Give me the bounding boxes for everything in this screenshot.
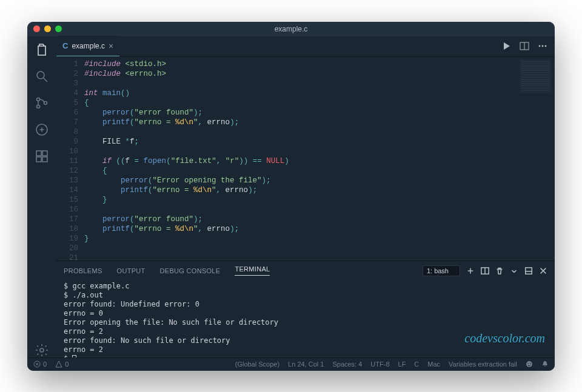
minimize-window-button[interactable] (44, 25, 51, 32)
status-encoding[interactable]: UTF-8 (370, 360, 389, 368)
kill-terminal-icon[interactable] (495, 267, 504, 275)
toggle-panel-icon[interactable] (524, 267, 533, 275)
activity-bar (27, 36, 56, 357)
panel-tab-terminal[interactable]: TERMINAL (235, 265, 270, 276)
titlebar[interactable]: example.c (27, 22, 555, 36)
settings-gear-icon[interactable] (35, 343, 49, 357)
svg-rect-6 (42, 151, 47, 156)
source-control-icon[interactable] (35, 96, 49, 110)
status-cursor-position[interactable]: Ln 24, Col 1 (288, 360, 324, 368)
status-os[interactable]: Mac (427, 360, 440, 368)
tabs-bar: C example.c × (56, 36, 555, 57)
svg-rect-15 (526, 267, 532, 274)
explorer-icon[interactable] (35, 42, 49, 57)
status-message[interactable]: Variables extraction fail (449, 360, 517, 368)
watermark: codevscolor.com (464, 331, 545, 345)
close-panel-icon[interactable] (539, 267, 547, 275)
svg-point-9 (40, 348, 44, 352)
minimap[interactable] (520, 59, 551, 93)
editor-window: example.c C example.c × (27, 22, 555, 371)
run-icon[interactable] (501, 41, 511, 51)
split-terminal-icon[interactable] (481, 267, 489, 275)
svg-point-17 (526, 361, 532, 367)
status-errors[interactable]: 0 (33, 360, 47, 368)
close-tab-icon[interactable]: × (109, 41, 113, 51)
status-scope[interactable]: (Global Scope) (235, 360, 279, 368)
window-title: example.c (275, 25, 308, 33)
status-bar: 0 0 (Global Scope) Ln 24, Col 1 Spaces: … (27, 357, 555, 371)
close-window-button[interactable] (33, 25, 40, 32)
svg-point-12 (542, 45, 544, 47)
panel-tab-debug-console[interactable]: DEBUG CONSOLE (160, 267, 221, 274)
search-icon[interactable] (35, 69, 49, 84)
more-actions-icon[interactable] (538, 41, 547, 51)
svg-point-0 (37, 71, 44, 79)
code-editor[interactable]: 123456789101112131415161718192021 #inclu… (56, 57, 555, 261)
zoom-window-button[interactable] (55, 25, 62, 32)
svg-rect-5 (36, 151, 41, 156)
tab-filename: example.c (72, 42, 105, 50)
new-terminal-icon[interactable] (466, 267, 475, 275)
svg-rect-7 (36, 157, 41, 162)
extensions-icon[interactable] (35, 149, 49, 164)
maximize-panel-icon[interactable] (510, 267, 518, 275)
split-editor-icon[interactable] (520, 41, 529, 51)
svg-point-11 (539, 45, 541, 47)
svg-point-1 (37, 98, 40, 101)
panel-tab-output[interactable]: OUTPUT (117, 267, 146, 274)
panel-tab-problems[interactable]: PROBLEMS (64, 267, 102, 274)
svg-point-13 (545, 45, 547, 47)
status-language[interactable]: C (414, 360, 419, 368)
status-eol[interactable]: LF (398, 360, 406, 368)
traffic-lights (33, 25, 62, 32)
status-warnings[interactable]: 0 (55, 360, 69, 368)
status-feedback-icon[interactable] (526, 360, 533, 368)
debug-icon[interactable] (35, 122, 49, 137)
file-icon-c: C (62, 41, 68, 50)
svg-point-2 (37, 105, 40, 108)
status-indentation[interactable]: Spaces: 4 (332, 360, 362, 368)
terminal-selector[interactable]: 1: bash (423, 265, 460, 276)
terminal-output[interactable]: $ gcc example.c $ ./a.out error found: U… (56, 281, 555, 357)
svg-point-18 (527, 363, 529, 364)
svg-point-19 (530, 363, 531, 364)
svg-rect-8 (42, 157, 47, 162)
status-bell-icon[interactable] (541, 360, 549, 368)
tab-example-c[interactable]: C example.c × (56, 36, 119, 56)
